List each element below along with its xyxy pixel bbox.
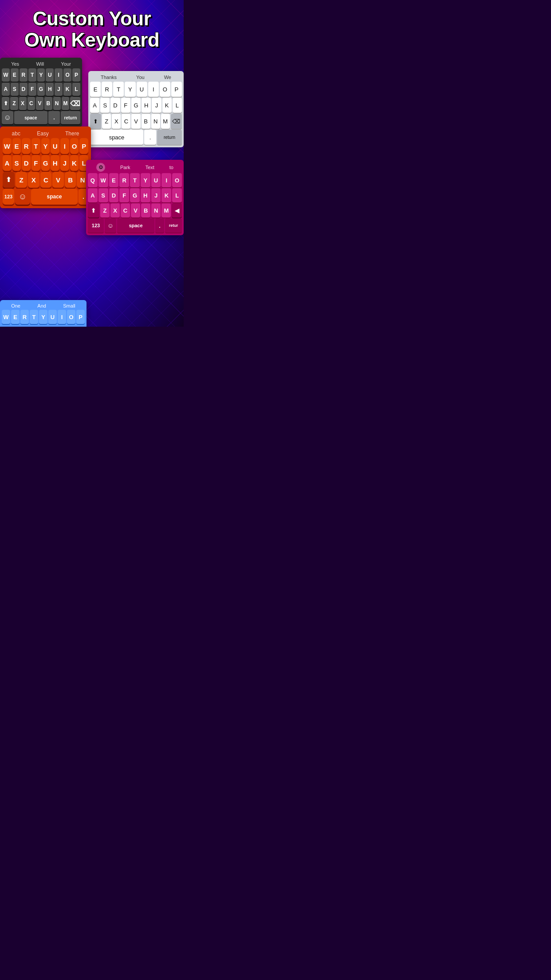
wkey-k[interactable]: K <box>162 98 172 113</box>
wkey-c[interactable]: C <box>122 114 130 129</box>
pkey-i[interactable]: I <box>161 173 171 187</box>
pkey-r[interactable]: R <box>119 173 129 187</box>
orange-sug-3[interactable]: There <box>65 130 79 137</box>
pkey-a[interactable]: A <box>88 188 98 202</box>
bkey-y[interactable]: Y <box>39 310 47 324</box>
okey-p[interactable]: P <box>79 138 88 154</box>
okey-g[interactable]: G <box>41 155 50 171</box>
okey-b[interactable]: B <box>65 172 76 188</box>
key-k[interactable]: K <box>63 83 71 96</box>
blue-sug-1[interactable]: One <box>11 303 20 308</box>
bkey-u[interactable]: U <box>48 310 57 324</box>
white-sug-2[interactable]: You <box>136 75 145 80</box>
wkey-t[interactable]: T <box>113 82 124 97</box>
okey-d[interactable]: D <box>22 155 31 171</box>
okey-c[interactable]: C <box>40 172 52 188</box>
dark-sug-2[interactable]: Will <box>36 61 44 67</box>
okey-j[interactable]: J <box>60 155 69 171</box>
white-dot[interactable]: . <box>144 130 156 145</box>
white-delete[interactable]: ⌫ <box>171 114 182 129</box>
white-sug-3[interactable]: We <box>164 75 171 80</box>
pkey-x[interactable]: X <box>110 203 120 217</box>
key-w[interactable]: W <box>2 68 10 82</box>
key-j[interactable]: J <box>55 83 63 96</box>
dark-sug-1[interactable]: Yes <box>11 61 19 67</box>
okey-h[interactable]: H <box>51 155 59 171</box>
okey-x[interactable]: X <box>28 172 39 188</box>
pink-num[interactable]: 123 <box>88 218 104 233</box>
dark-space[interactable]: space <box>14 111 47 124</box>
wkey-g[interactable]: G <box>131 98 141 113</box>
pkey-y[interactable]: Y <box>141 173 150 187</box>
okey-u[interactable]: U <box>51 138 59 154</box>
pkey-w[interactable]: W <box>98 173 108 187</box>
pkey-k[interactable]: K <box>161 188 171 202</box>
wkey-z[interactable]: Z <box>102 114 111 129</box>
okey-i[interactable]: I <box>60 138 69 154</box>
gear-icon[interactable]: ⚙ <box>96 163 105 172</box>
wkey-i[interactable]: I <box>148 82 159 97</box>
okey-s[interactable]: S <box>12 155 21 171</box>
key-m[interactable]: M <box>62 97 69 110</box>
key-z[interactable]: Z <box>10 97 18 110</box>
pkey-t[interactable]: T <box>130 173 140 187</box>
pink-dot[interactable]: . <box>155 218 164 233</box>
pkey-d[interactable]: D <box>109 188 119 202</box>
key-v[interactable]: V <box>36 97 43 110</box>
wkey-o[interactable]: O <box>160 82 170 97</box>
blue-sug-3[interactable]: Small <box>63 303 75 308</box>
pkey-c[interactable]: C <box>121 203 130 217</box>
pkey-g[interactable]: G <box>130 188 140 202</box>
pkey-f[interactable]: F <box>119 188 129 202</box>
key-s[interactable]: S <box>11 83 19 96</box>
key-a[interactable]: A <box>2 83 10 96</box>
dark-shift[interactable]: ⬆ <box>2 97 9 110</box>
key-r[interactable]: R <box>20 68 28 82</box>
wkey-l[interactable]: L <box>173 98 182 113</box>
bkey-w[interactable]: W <box>2 310 10 324</box>
key-d[interactable]: D <box>20 83 28 96</box>
key-x[interactable]: X <box>19 97 27 110</box>
key-c[interactable]: C <box>28 97 35 110</box>
orange-sug-1[interactable]: abc <box>12 130 20 137</box>
pink-sug-1[interactable]: Park <box>120 165 130 170</box>
key-t[interactable]: T <box>28 68 36 82</box>
okey-e[interactable]: E <box>12 138 21 154</box>
pink-sug-3[interactable]: to <box>169 165 173 170</box>
wkey-b[interactable]: B <box>142 114 150 129</box>
okey-k[interactable]: K <box>70 155 79 171</box>
bkey-e[interactable]: E <box>11 310 20 324</box>
wkey-j[interactable]: J <box>152 98 161 113</box>
okey-f[interactable]: F <box>31 155 40 171</box>
wkey-y[interactable]: Y <box>125 82 135 97</box>
pkey-q[interactable]: Q <box>88 173 98 187</box>
key-i[interactable]: I <box>55 68 63 82</box>
orange-num[interactable]: 123 <box>3 189 14 205</box>
pkey-e[interactable]: E <box>109 173 119 187</box>
orange-emoji[interactable]: ☺ <box>15 189 30 205</box>
pkey-h[interactable]: H <box>141 188 150 202</box>
wkey-n[interactable]: N <box>151 114 160 129</box>
pkey-u[interactable]: U <box>151 173 161 187</box>
white-return[interactable]: return <box>157 130 182 145</box>
wkey-h[interactable]: H <box>142 98 151 113</box>
key-p[interactable]: P <box>72 68 80 82</box>
bkey-t[interactable]: T <box>30 310 38 324</box>
key-u[interactable]: U <box>46 68 54 82</box>
okey-w[interactable]: W <box>3 138 12 154</box>
pink-sug-2[interactable]: Text <box>146 165 154 170</box>
pkey-s[interactable]: S <box>98 188 108 202</box>
white-sug-1[interactable]: Thanks <box>101 75 117 80</box>
pkey-j[interactable]: J <box>151 188 161 202</box>
key-e[interactable]: E <box>11 68 19 82</box>
orange-sug-2[interactable]: Easy <box>37 130 49 137</box>
okey-y[interactable]: Y <box>41 138 50 154</box>
key-f[interactable]: F <box>28 83 36 96</box>
wkey-p[interactable]: P <box>171 82 182 97</box>
key-b[interactable]: B <box>44 97 52 110</box>
dark-emoji[interactable]: ☺ <box>2 111 13 124</box>
pkey-m[interactable]: M <box>161 203 171 217</box>
wkey-s[interactable]: S <box>100 98 110 113</box>
pink-shift[interactable]: ⬆ <box>88 203 99 217</box>
key-g[interactable]: G <box>37 83 45 96</box>
